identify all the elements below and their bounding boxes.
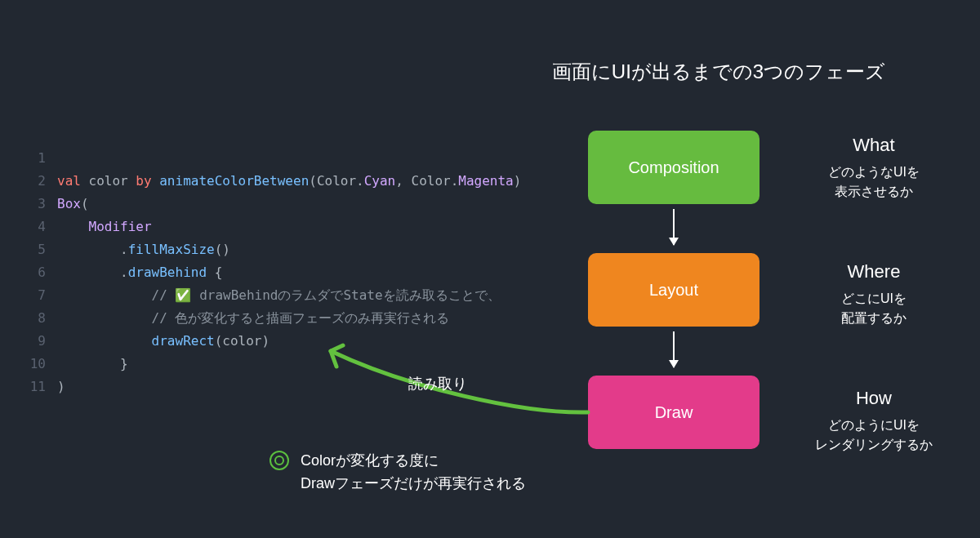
code-line: 3Box( (23, 193, 562, 216)
line-number: 11 (23, 376, 57, 398)
code-line: 6 .drawBehind { (23, 261, 562, 284)
code-line: 9 drawRect(color) (23, 330, 562, 353)
code-line: 4 Modifier (23, 216, 562, 238)
arrow-composition-to-layout (673, 209, 675, 245)
phase-desc-where: Where どこにUIを 配置するか (784, 261, 964, 328)
code-content: Modifier (57, 216, 152, 238)
code-content: .drawBehind { (57, 261, 222, 284)
code-content: // 色が変化すると描画フェーズのみ再実行される (57, 307, 450, 330)
phase-desc-what: What どのようなUIを 表示させるか (784, 135, 964, 202)
phase-desc-line: 配置するか (784, 309, 964, 328)
code-line: 8 // 色が変化すると描画フェーズのみ再実行される (23, 307, 562, 330)
phase-desc-line: 表示させるか (784, 182, 964, 202)
phase-box-draw: Draw (588, 376, 760, 449)
phase-desc-heading: What (784, 135, 964, 156)
note: Colorが変化する度に Drawフェーズだけが再実行される (270, 449, 526, 495)
line-number: 10 (23, 353, 57, 376)
phase-desc-line: どのようにUIを (784, 416, 964, 435)
slide-title: 画面にUIが出るまでの3つのフェーズ (498, 59, 939, 85)
code-content: .fillMaxSize() (57, 238, 230, 261)
line-number: 1 (23, 147, 57, 170)
phase-box-layout: Layout (588, 253, 760, 327)
code-line: 10 } (23, 353, 562, 376)
line-number: 6 (23, 261, 57, 284)
phase-desc-line: どこにUIを (784, 289, 964, 309)
line-number: 8 (23, 307, 57, 330)
note-line: Colorが変化する度に (301, 449, 526, 472)
read-arrow-label: 読み取り (408, 374, 467, 393)
line-number: 7 (23, 284, 57, 307)
code-content: } (57, 353, 128, 376)
code-content: drawRect(color) (57, 330, 270, 353)
phase-box-composition: Composition (588, 131, 760, 204)
arrow-layout-to-draw (673, 331, 675, 367)
code-content: // ✅ drawBehindのラムダでStateを読み取ることで、 (57, 284, 501, 307)
code-line: 2val color by animateColorBetween(Color.… (23, 170, 562, 193)
line-number: 5 (23, 238, 57, 261)
phase-desc-heading: Where (784, 261, 964, 282)
code-content: ) (57, 376, 65, 398)
line-number: 4 (23, 216, 57, 238)
code-content: Box( (57, 193, 89, 216)
line-number: 3 (23, 193, 57, 216)
code-line: 5 .fillMaxSize() (23, 238, 562, 261)
line-number: 2 (23, 170, 57, 193)
bullseye-icon (270, 451, 289, 470)
line-number: 9 (23, 330, 57, 353)
code-line: 11) (23, 376, 562, 398)
code-line: 1 (23, 147, 562, 170)
code-line: 7 // ✅ drawBehindのラムダでStateを読み取ることで、 (23, 284, 562, 307)
note-line: Drawフェーズだけが再実行される (301, 472, 526, 495)
phase-desc-line: どのようなUIを (784, 162, 964, 182)
phase-desc-line: レンダリングするか (784, 435, 964, 455)
code-content: val color by animateColorBetween(Color.C… (57, 170, 521, 193)
phase-desc-how: How どのようにUIを レンダリングするか (784, 388, 964, 455)
code-block: 12val color by animateColorBetween(Color… (23, 147, 562, 398)
phase-desc-heading: How (784, 388, 964, 409)
